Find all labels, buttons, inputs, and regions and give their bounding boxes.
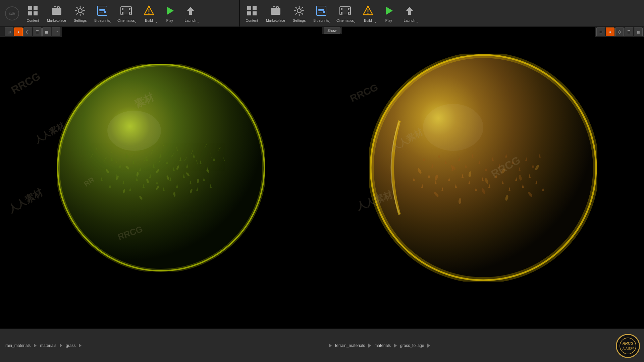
breadcrumb-left-item-3[interactable]: grass xyxy=(66,343,75,348)
svg-rect-24 xyxy=(247,11,251,15)
breadcrumb-left: rain_materials materials grass xyxy=(0,329,322,362)
breadcrumb-right: terrain_materials materials grass_foliag… xyxy=(322,329,644,362)
build-label-right: Build xyxy=(364,18,372,22)
svg-text:UE: UE xyxy=(9,11,15,16)
toolbar-launch-left[interactable]: Launch xyxy=(180,2,201,25)
build-icon-left xyxy=(142,4,156,17)
blueprints-label-left: Blueprints xyxy=(94,18,110,22)
svg-point-20 xyxy=(148,13,149,14)
sphere-right-container xyxy=(322,27,644,308)
settings-label-right: Settings xyxy=(293,18,306,22)
svg-point-31 xyxy=(323,11,325,13)
svg-rect-2 xyxy=(28,6,32,10)
breadcrumb-arrow-3 xyxy=(79,344,82,348)
blueprints-icon-left xyxy=(96,4,109,17)
vp-wireframe-btn-left[interactable]: ⬡ xyxy=(23,27,32,36)
svg-point-103 xyxy=(620,338,636,354)
rrcg-logo: RRCG 人人素材 xyxy=(616,334,640,358)
breadcrumb-left-item-2[interactable]: materials xyxy=(40,343,56,348)
svg-rect-17 xyxy=(123,7,129,15)
marketplace-icon-left xyxy=(50,4,63,17)
toolbar-settings-right[interactable]: Settings xyxy=(289,2,309,25)
toolbar-play-left[interactable]: Play xyxy=(160,2,180,25)
cinematics-label-left: Cinematics xyxy=(117,18,135,22)
build-label-left: Build xyxy=(145,18,153,22)
play-icon-right xyxy=(382,4,395,17)
vp-grid-btn-left[interactable]: ▦ xyxy=(42,27,51,36)
sphere-right-svg xyxy=(369,54,597,282)
settings-label-left: Settings xyxy=(74,18,87,22)
viewport-left[interactable]: ⊞ ● ⬡ ☰ ▦ ⋯ RRCG 人人素材 人人素材 RRCG 素材 RR xyxy=(0,27,322,328)
svg-rect-26 xyxy=(271,8,280,15)
svg-rect-25 xyxy=(253,11,257,15)
viewports-container: ⊞ ● ⬡ ☰ ▦ ⋯ RRCG 人人素材 人人素材 RRCG 素材 RR xyxy=(0,27,644,328)
bottom-bar: rain_materials materials grass terrain_m… xyxy=(0,328,644,362)
play-icon-left xyxy=(163,4,176,17)
vp-perspective-btn-left[interactable]: ⊞ xyxy=(5,27,13,36)
viewport-right[interactable]: Show ⊞ ● ⬡ ☰ ▦ RRCG 人人素材 人人素材 RRCG xyxy=(322,27,644,328)
blueprints-label-right: Blueprints xyxy=(313,18,329,22)
vp-mode-btn-right[interactable]: ☰ xyxy=(625,27,633,36)
breadcrumb-arrow-1 xyxy=(34,344,37,348)
settings-icon-left xyxy=(73,4,87,17)
svg-point-9 xyxy=(78,9,82,13)
vp-lit-btn-right[interactable]: ● xyxy=(606,27,614,36)
toolbar-right: Content Marketplace Settings Blueprints xyxy=(240,0,644,26)
viewport-toolbar-right: Show xyxy=(322,27,342,34)
svg-point-84 xyxy=(107,111,161,151)
vp-lit-btn-left[interactable]: ● xyxy=(14,27,23,36)
svg-text:人人素材: 人人素材 xyxy=(622,347,634,350)
breadcrumb-left-item-1[interactable]: rain_materials xyxy=(5,343,31,348)
svg-rect-37 xyxy=(342,7,348,15)
toolbar-launch-right[interactable]: Launch xyxy=(399,2,420,25)
toolbar-build-left[interactable]: Build xyxy=(139,2,159,25)
cinematics-label-right: Cinematics xyxy=(336,18,354,22)
content-label-right: Content xyxy=(246,18,258,22)
svg-point-29 xyxy=(297,9,301,13)
svg-text:RRCG: RRCG xyxy=(623,341,634,345)
vp-fullscreen-btn[interactable]: ⊞ xyxy=(596,27,605,36)
toolbar-settings-left[interactable]: Settings xyxy=(70,2,90,25)
cinematics-icon-left xyxy=(119,4,133,17)
settings-icon-right xyxy=(292,4,306,17)
vp-wire-btn-right[interactable]: ⬡ xyxy=(615,27,624,36)
svg-point-40 xyxy=(367,13,368,14)
marketplace-label-right: Marketplace xyxy=(266,18,285,22)
breadcrumb-right-item-1[interactable]: terrain_materials xyxy=(335,343,365,348)
marketplace-icon-right xyxy=(269,4,282,17)
toolbar-build-right[interactable]: Build xyxy=(358,2,378,25)
vp-viewmode-btn-left[interactable]: ☰ xyxy=(33,27,42,36)
toolbar-content-right[interactable]: Content xyxy=(242,2,262,25)
toolbar-play-right[interactable]: Play xyxy=(379,2,399,25)
toolbar-container: UE Content Marketplace Settings B xyxy=(0,0,644,27)
breadcrumb-arrow-r2 xyxy=(394,344,397,348)
show-button[interactable]: Show xyxy=(324,27,340,34)
toolbar-marketplace-left[interactable]: Marketplace xyxy=(44,2,69,25)
breadcrumb-arrow-r3 xyxy=(427,344,430,348)
content-label-left: Content xyxy=(27,18,39,22)
content-icon-right xyxy=(245,4,259,17)
launch-icon-left xyxy=(184,4,197,17)
toolbar-blueprints-left[interactable]: Blueprints xyxy=(91,2,113,25)
toolbar-cinematics-left[interactable]: Cinematics xyxy=(114,2,138,25)
svg-rect-3 xyxy=(34,6,38,10)
svg-marker-41 xyxy=(386,7,393,15)
vp-extra-btn-left[interactable]: ⋯ xyxy=(52,27,60,36)
svg-point-11 xyxy=(104,11,106,13)
toolbar-content-left[interactable]: Content xyxy=(23,2,43,25)
marketplace-label-left: Marketplace xyxy=(47,18,66,22)
toolbar-cinematics-right[interactable]: Cinematics xyxy=(333,2,357,25)
viewport-controls-right: ⊞ ● ⬡ ☰ ▦ xyxy=(595,27,644,37)
breadcrumb-right-item-3[interactable]: grass_foliage xyxy=(400,343,424,348)
launch-label-left: Launch xyxy=(185,18,196,22)
sphere-left-svg xyxy=(57,64,265,272)
toolbar-marketplace-right[interactable]: Marketplace xyxy=(263,2,288,25)
breadcrumb-right-item-2[interactable]: materials xyxy=(374,343,391,348)
logo-left: UE xyxy=(2,6,22,21)
content-icon xyxy=(26,4,40,17)
launch-icon-right xyxy=(403,4,416,17)
blueprints-icon-right xyxy=(315,4,328,17)
toolbar-blueprints-right[interactable]: Blueprints xyxy=(310,2,332,25)
rrcg-logo-container: RRCG 人人素材 xyxy=(616,334,640,358)
vp-grid-btn-right[interactable]: ▦ xyxy=(634,27,643,36)
